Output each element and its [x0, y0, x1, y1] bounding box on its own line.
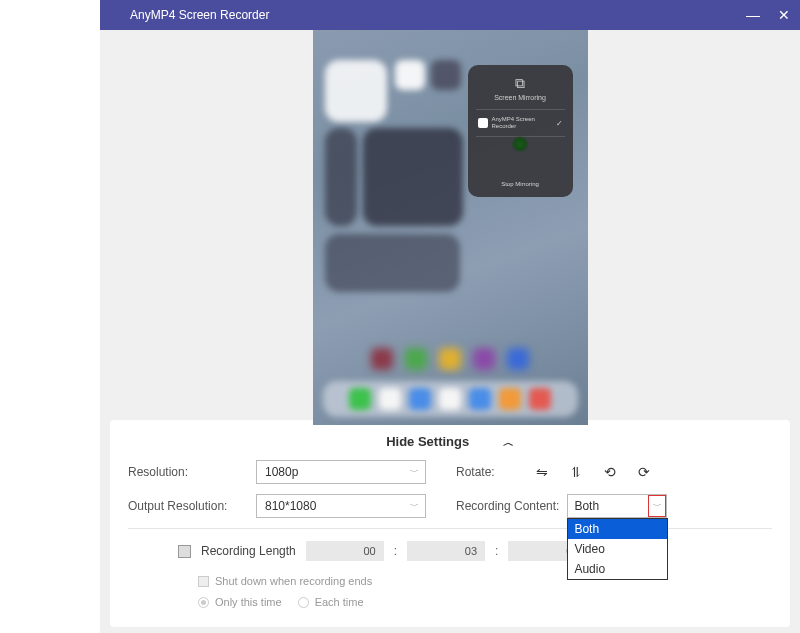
hours-input[interactable] [306, 541, 384, 561]
recording-length-checkbox[interactable] [178, 545, 191, 558]
output-resolution-select[interactable]: 810*1080 ﹀ [256, 494, 426, 518]
check-icon: ✓ [556, 119, 563, 128]
app-icon [439, 348, 461, 370]
shutdown-checkbox[interactable] [198, 576, 209, 587]
mirror-icon: ⧉ [476, 75, 565, 92]
rotate-label: Rotate: [456, 465, 506, 479]
recording-content-label: Recording Content: [456, 499, 559, 513]
shutdown-row: Shut down when recording ends [198, 571, 772, 592]
resolution-select[interactable]: 1080p ﹀ [256, 460, 426, 484]
hide-settings-label: Hide Settings [386, 434, 469, 449]
stop-mirroring: Stop Mirroring [476, 175, 565, 187]
minutes-input[interactable] [407, 541, 485, 561]
preview-area: ⧉ Screen Mirroring AnyMP4 Screen Recorde… [100, 30, 800, 420]
titlebar: AnyMP4 Screen Recorder — ✕ [100, 0, 800, 30]
recording-content-dropdown: Both Video Audio [567, 518, 668, 580]
dock [323, 381, 578, 417]
app-icon [507, 348, 529, 370]
dock-icon [379, 388, 401, 410]
recording-content-select[interactable]: Both ﹀ Both Video Audio [567, 494, 667, 518]
flip-vertical-icon[interactable]: ⥮ [570, 464, 582, 480]
chevron-down-icon[interactable]: ﹀ [648, 495, 666, 517]
output-resolution-value: 810*1080 [265, 499, 316, 513]
sub-options: Shut down when recording ends Only this … [198, 571, 772, 613]
app-icon [405, 348, 427, 370]
phone-preview: ⧉ Screen Mirroring AnyMP4 Screen Recorde… [313, 30, 588, 425]
widget [325, 234, 460, 292]
resolution-value: 1080p [265, 465, 298, 479]
device-icon [478, 118, 488, 128]
settings-panel: Hide Settings ︿ Resolution: 1080p ﹀ Rota… [110, 420, 790, 627]
widget [431, 60, 461, 90]
dock-icon [349, 388, 371, 410]
chevron-down-icon: ﹀ [410, 466, 419, 479]
only-this-time-radio[interactable] [198, 597, 209, 608]
colon: : [495, 544, 498, 558]
widget [395, 60, 425, 90]
recording-length-label: Recording Length [201, 544, 296, 558]
colon: : [394, 544, 397, 558]
dropdown-option-audio[interactable]: Audio [568, 559, 667, 579]
close-button[interactable]: ✕ [778, 7, 790, 23]
chevron-up-icon: ︿ [503, 435, 514, 450]
window-controls: — ✕ [746, 7, 790, 23]
each-time-radio[interactable] [298, 597, 309, 608]
chevron-down-icon: ﹀ [410, 500, 419, 513]
recording-length-row: Recording Length : : [178, 541, 772, 561]
rotate-left-icon[interactable]: ⟲ [604, 464, 616, 480]
app-icon [473, 348, 495, 370]
content-area: ⧉ Screen Mirroring AnyMP4 Screen Recorde… [100, 30, 800, 633]
app-window: AnyMP4 Screen Recorder — ✕ ⧉ Screen Mirr… [100, 0, 800, 633]
dock-icon [529, 388, 551, 410]
screen-mirroring-dialog: ⧉ Screen Mirroring AnyMP4 Screen Recorde… [468, 65, 573, 197]
shutdown-label: Shut down when recording ends [215, 571, 372, 592]
mirror-device-item: AnyMP4 Screen Recorder ✓ [476, 109, 565, 137]
stop-indicator [513, 137, 527, 151]
hide-settings-toggle[interactable]: Hide Settings ︿ [128, 430, 772, 460]
divider [128, 528, 772, 529]
recording-content-value: Both [574, 499, 599, 513]
rotate-controls: ⇋ ⥮ ⟲ ⟳ [536, 464, 650, 480]
app-title: AnyMP4 Screen Recorder [130, 8, 269, 22]
flip-horizontal-icon[interactable]: ⇋ [536, 464, 548, 480]
output-resolution-label: Output Resolution: [128, 499, 248, 513]
resolution-row: Resolution: 1080p ﹀ Rotate: ⇋ ⥮ ⟲ ⟳ [128, 460, 772, 484]
dock-icon [499, 388, 521, 410]
device-name: AnyMP4 Screen Recorder [492, 116, 552, 130]
only-label: Only this time [215, 592, 282, 613]
dock-icon [439, 388, 461, 410]
widget [363, 128, 463, 226]
mirror-title: Screen Mirroring [476, 94, 565, 101]
app-icon [371, 348, 393, 370]
home-row [313, 348, 588, 370]
rotate-right-icon[interactable]: ⟳ [638, 464, 650, 480]
output-row: Output Resolution: 810*1080 ﹀ Recording … [128, 494, 772, 518]
resolution-label: Resolution: [128, 465, 248, 479]
dropdown-option-video[interactable]: Video [568, 539, 667, 559]
dock-icon [409, 388, 431, 410]
widget [325, 60, 387, 122]
minimize-button[interactable]: — [746, 7, 760, 23]
frequency-row: Only this time Each time [198, 592, 772, 613]
widget [325, 128, 357, 226]
dock-icon [469, 388, 491, 410]
dropdown-option-both[interactable]: Both [568, 519, 667, 539]
each-label: Each time [315, 592, 364, 613]
